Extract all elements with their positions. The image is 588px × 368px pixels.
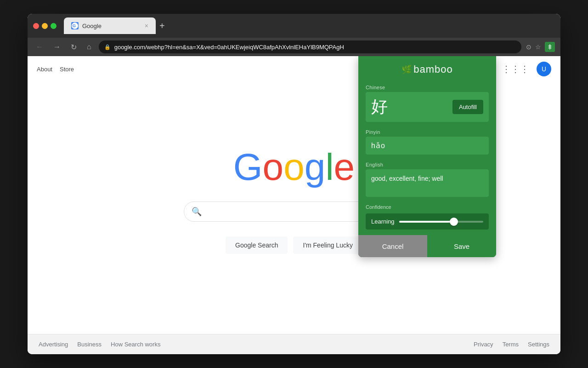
privacy-link[interactable]: Privacy <box>474 341 493 348</box>
forward-button[interactable]: → <box>51 42 63 52</box>
slider-fill <box>399 221 454 223</box>
slider-thumb[interactable] <box>450 218 458 226</box>
footer-links-right: Privacy Terms Settings <box>474 341 549 348</box>
business-link[interactable]: Business <box>77 341 102 348</box>
reload-button[interactable]: ↻ <box>68 42 79 52</box>
lucky-button[interactable]: I'm Feeling Lucky <box>293 236 362 254</box>
how-search-works-link[interactable]: How Search works <box>111 341 160 348</box>
confidence-bar: Learning <box>366 213 489 230</box>
footer-links-left: Advertising Business How Search works <box>39 341 160 348</box>
search-icon: 🔍 <box>192 207 202 217</box>
settings-link[interactable]: Settings <box>528 341 549 348</box>
terms-link[interactable]: Terms <box>503 341 519 348</box>
lock-icon: 🔒 <box>104 44 111 50</box>
traffic-lights <box>33 23 57 29</box>
bamboo-leaf-icon: 🌿 <box>401 64 412 75</box>
logo-letter-g2: g <box>305 145 326 189</box>
google-search-button[interactable]: Google Search <box>226 236 288 254</box>
address-bar: ← → ↻ ⌂ 🔒 google.com/webhp?hl=en&sa=X&ve… <box>28 38 560 56</box>
bamboo-chinese-section: Chinese 好 Autofill <box>358 81 496 126</box>
browser-window: G Google × + ← → ↻ ⌂ 🔒 google.com/webhp?… <box>28 14 560 354</box>
close-window-button[interactable] <box>33 23 39 29</box>
confidence-label: Confidence <box>366 204 489 210</box>
tab-title: Google <box>82 23 102 29</box>
autofill-button[interactable]: Autofill <box>452 100 483 114</box>
advertising-link[interactable]: Advertising <box>39 341 68 348</box>
chinese-character: 好 <box>371 96 388 118</box>
google-footer: Advertising Business How Search works Pr… <box>28 334 560 354</box>
pinyin-label: Pinyin <box>366 129 489 135</box>
new-tab-button[interactable]: + <box>156 17 169 34</box>
bamboo-actions: Cancel Save <box>358 235 496 257</box>
english-label: English <box>366 162 489 167</box>
bamboo-extension-icon[interactable] <box>545 42 555 52</box>
confidence-slider[interactable] <box>399 221 483 223</box>
logo-letter-e: e <box>334 145 355 189</box>
search-buttons: Google Search I'm Feeling Lucky <box>226 236 362 254</box>
back-button[interactable]: ← <box>33 42 46 52</box>
chinese-label: Chinese <box>366 85 489 90</box>
maximize-window-button[interactable] <box>51 23 57 29</box>
user-avatar[interactable]: U <box>537 62 551 76</box>
logo-letter-l: l <box>325 145 334 189</box>
pinyin-value: hǎo <box>366 137 489 155</box>
title-bar: G Google × + <box>28 14 560 38</box>
store-link[interactable]: Store <box>60 66 74 73</box>
minimize-window-button[interactable] <box>42 23 48 29</box>
cast-icon[interactable]: ⊙ <box>526 43 531 51</box>
english-value: good, excellent, fine; well <box>366 169 489 197</box>
address-bar-icons: ⊙ ☆ <box>526 42 555 52</box>
about-link[interactable]: About <box>37 66 52 73</box>
logo-letter-g: G <box>233 145 263 189</box>
address-input[interactable]: 🔒 google.com/webhp?hl=en&sa=X&ved=0ahUKE… <box>99 40 521 53</box>
home-button[interactable]: ⌂ <box>84 42 94 52</box>
google-logo: G o o g l e <box>233 145 355 189</box>
chinese-value: 好 Autofill <box>366 92 489 122</box>
logo-letter-o1: o <box>263 145 284 189</box>
active-tab[interactable]: G Google × <box>64 17 156 34</box>
tab-favicon: G <box>71 22 79 29</box>
bamboo-popup: 🌿 bamboo Chinese 好 Autofill Pinyin hǎo E… <box>358 56 496 257</box>
confidence-level: Learning <box>371 218 395 225</box>
page-content: About Store Gmail Images ⋮⋮⋮ U G o o g l… <box>28 56 560 354</box>
logo-letter-o2: o <box>283 145 305 189</box>
confidence-section: Confidence Learning <box>358 201 496 235</box>
bookmark-icon[interactable]: ☆ <box>535 43 541 51</box>
bamboo-logo-text: bamboo <box>413 63 453 75</box>
save-button[interactable]: Save <box>427 235 496 257</box>
tab-bar: G Google × + <box>64 17 555 34</box>
bamboo-pinyin-section: Pinyin hǎo <box>358 126 496 158</box>
cancel-button[interactable]: Cancel <box>358 235 427 257</box>
svg-text:G: G <box>73 23 76 28</box>
url-text: google.com/webhp?hl=en&sa=X&ved=0ahUKEwj… <box>114 44 516 51</box>
bamboo-popup-header: 🌿 bamboo <box>358 56 496 81</box>
bamboo-english-section: English good, excellent, fine; well <box>358 158 496 201</box>
tab-close-button[interactable]: × <box>145 22 148 29</box>
apps-grid-icon[interactable]: ⋮⋮⋮ <box>502 63 529 75</box>
